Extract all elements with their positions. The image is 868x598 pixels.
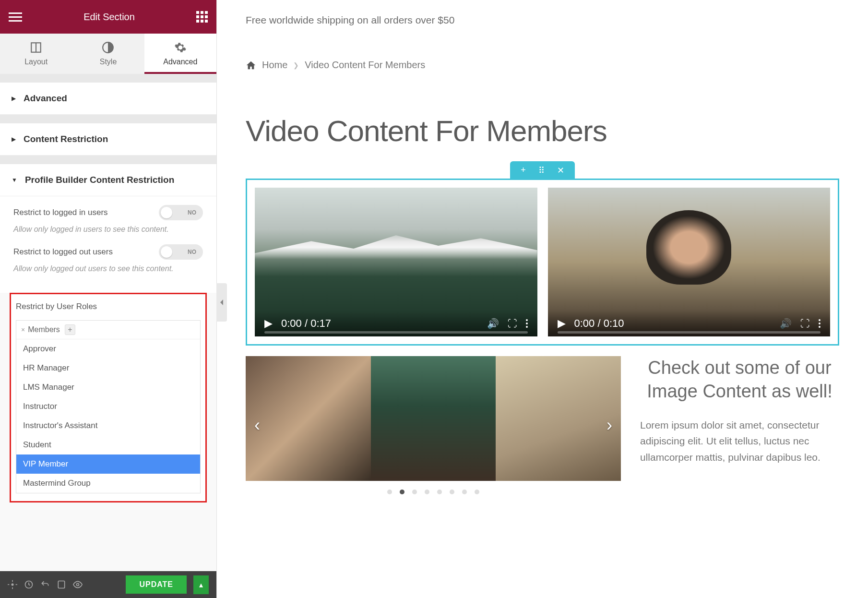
section-pb-restriction[interactable]: ▼ Profile Builder Content Restriction: [0, 164, 216, 196]
remove-tag-icon[interactable]: ×: [21, 326, 25, 334]
aside-content: Check out some of our Image Content as w…: [640, 356, 839, 494]
video-1[interactable]: ▶ 0:00 / 0:17 🔊 ⛶: [255, 188, 537, 336]
restrict-roles-select[interactable]: × Members + ApproverHR ManagerLMS Manage…: [16, 320, 201, 493]
responsive-icon[interactable]: [57, 580, 66, 589]
update-dropdown-button[interactable]: ▴: [193, 575, 209, 594]
section-pb-restriction-title: Profile Builder Content Restriction: [25, 175, 174, 185]
tab-style[interactable]: Style: [72, 34, 144, 74]
restrict-roles-label: Restrict by User Roles: [16, 302, 201, 311]
carousel-dot[interactable]: [475, 490, 479, 494]
add-tag-button[interactable]: +: [65, 324, 75, 335]
update-button[interactable]: UPDATE: [126, 575, 187, 594]
section-content-restriction[interactable]: ▶ Content Restriction: [0, 123, 216, 155]
carousel-dot[interactable]: [462, 490, 467, 494]
restrict-logged-in-label: Restrict to logged in users: [13, 208, 108, 217]
preview-icon[interactable]: [73, 580, 83, 589]
caret-right-icon: ▶: [12, 136, 16, 143]
carousel-dot[interactable]: [437, 490, 442, 494]
history-icon[interactable]: [24, 580, 34, 589]
home-icon: [246, 60, 256, 71]
role-option[interactable]: Approver: [16, 339, 200, 359]
tab-advanced-label: Advanced: [144, 58, 216, 66]
video-section[interactable]: ▶ 0:00 / 0:17 🔊 ⛶ ▶ 0:00 / 0:10 🔊 ⛶: [246, 179, 839, 346]
sidebar-header: Edit Section: [0, 0, 216, 34]
video-progress[interactable]: [264, 331, 528, 334]
role-option[interactable]: VIP Member: [16, 454, 200, 474]
columns-icon: [30, 41, 42, 54]
menu-icon[interactable]: [9, 12, 22, 22]
restrict-logged-in-toggle[interactable]: NO: [159, 205, 203, 220]
breadcrumb: Home ❯ Video Content For Members: [246, 60, 839, 71]
panel-body: ▶ Advanced ▶ Content Restriction ▼ Profi…: [0, 74, 216, 598]
volume-icon[interactable]: 🔊: [487, 318, 499, 329]
video-time: 0:00 / 0:10: [574, 317, 624, 330]
role-option[interactable]: Instructor: [16, 397, 200, 416]
fullscreen-icon[interactable]: ⛶: [508, 318, 517, 329]
main-content: Free worldwide shipping on all orders ov…: [217, 0, 868, 598]
play-icon[interactable]: ▶: [264, 317, 273, 330]
chevron-right-icon: ❯: [293, 61, 299, 69]
role-option[interactable]: Student: [16, 435, 200, 454]
shipping-banner: Free worldwide shipping on all orders ov…: [246, 14, 839, 26]
tab-layout[interactable]: Layout: [0, 34, 72, 74]
add-section-button[interactable]: +: [521, 165, 526, 176]
carousel-next-button[interactable]: ›: [602, 410, 617, 440]
more-icon[interactable]: [819, 319, 820, 328]
more-icon[interactable]: [526, 319, 528, 328]
panel-title: Edit Section: [83, 12, 135, 23]
roles-dropdown: ApproverHR ManagerLMS ManagerInstructorI…: [16, 339, 200, 493]
editor-tabs: Layout Style Advanced: [0, 34, 216, 74]
carousel-dot[interactable]: [425, 490, 429, 494]
restrict-logged-in-help: Allow only logged in users to see this c…: [13, 224, 203, 235]
bottom-toolbar: UPDATE ▴: [0, 571, 216, 598]
page-title: Video Content For Members: [246, 114, 839, 148]
gear-icon: [174, 41, 187, 54]
svg-point-3: [12, 584, 14, 586]
video-time: 0:00 / 0:17: [281, 317, 331, 330]
video-2[interactable]: ▶ 0:00 / 0:10 🔊 ⛶: [548, 188, 831, 336]
restrict-roles-box: Restrict by User Roles × Members + Appro…: [10, 293, 207, 502]
role-option[interactable]: Instructor's Assistant: [16, 416, 200, 435]
breadcrumb-current: Video Content For Members: [305, 60, 425, 71]
section-advanced[interactable]: ▶ Advanced: [0, 83, 216, 115]
aside-text: Lorem ipsum dolor sit amet, consectetur …: [640, 417, 839, 466]
contrast-icon: [102, 41, 114, 54]
video-progress[interactable]: [558, 331, 821, 334]
grid-icon[interactable]: [196, 11, 208, 23]
tab-advanced[interactable]: Advanced: [144, 34, 216, 74]
delete-section-button[interactable]: ✕: [557, 165, 564, 176]
collapse-sidebar-button[interactable]: [216, 283, 227, 322]
carousel-dot[interactable]: [450, 490, 454, 494]
image-carousel: ‹ ›: [246, 356, 621, 494]
caret-down-icon: ▼: [12, 177, 17, 183]
section-advanced-title: Advanced: [24, 93, 67, 104]
settings-icon[interactable]: [8, 580, 17, 589]
carousel-dot[interactable]: [400, 490, 404, 494]
play-icon[interactable]: ▶: [558, 317, 566, 330]
undo-icon[interactable]: [40, 580, 50, 589]
selected-tags: × Members +: [16, 321, 200, 339]
breadcrumb-home[interactable]: Home: [262, 60, 287, 71]
section-content-restriction-title: Content Restriction: [24, 134, 108, 144]
edit-section-button[interactable]: ⠿: [538, 165, 545, 176]
editor-sidebar: Edit Section Layout Style Advanced ▶ Adv…: [0, 0, 217, 598]
svg-point-6: [77, 584, 79, 586]
section-toolbar: + ⠿ ✕: [246, 161, 839, 179]
role-option[interactable]: HR Manager: [16, 359, 200, 378]
carousel-item[interactable]: [371, 356, 496, 481]
selected-tag: Members: [28, 325, 60, 334]
tab-style-label: Style: [72, 58, 144, 66]
carousel-prev-button[interactable]: ‹: [250, 410, 265, 440]
carousel-dots: [246, 490, 621, 494]
caret-right-icon: ▶: [12, 95, 16, 102]
restrict-logged-out-toggle[interactable]: NO: [159, 244, 203, 260]
aside-heading: Check out some of our Image Content as w…: [640, 356, 839, 404]
role-option[interactable]: Mastermind Group: [16, 474, 200, 493]
tab-layout-label: Layout: [0, 58, 72, 66]
role-option[interactable]: LMS Manager: [16, 378, 200, 397]
pb-restriction-content: Restrict to logged in users NO Allow onl…: [0, 196, 216, 293]
carousel-dot[interactable]: [387, 490, 392, 494]
fullscreen-icon[interactable]: ⛶: [800, 318, 810, 329]
carousel-dot[interactable]: [412, 490, 417, 494]
volume-muted-icon[interactable]: 🔊: [780, 318, 792, 329]
